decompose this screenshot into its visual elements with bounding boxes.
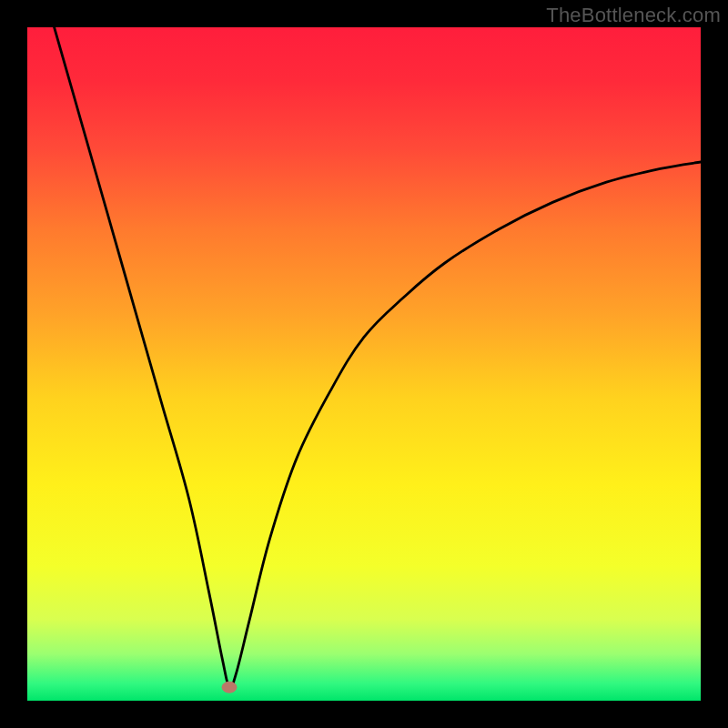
chart-frame: TheBottleneck.com [0,0,728,728]
watermark-text: TheBottleneck.com [546,4,721,27]
chart-background [27,27,701,701]
chart-plot [27,27,701,701]
optimum-marker [222,682,237,693]
